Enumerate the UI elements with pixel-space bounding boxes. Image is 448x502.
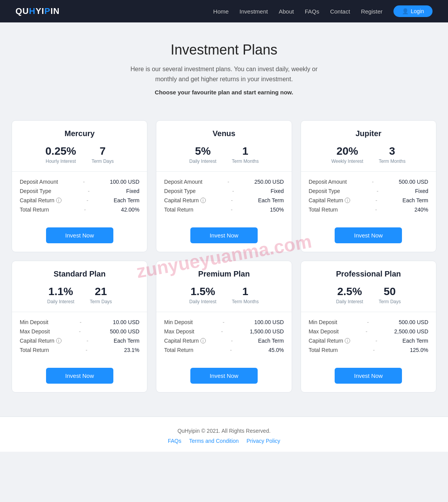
card-row-label: Total Return [164, 207, 193, 213]
card-row: Total Return-42.00% [20, 207, 139, 213]
card-row-label: Total Return [309, 207, 338, 213]
card-stats: 5%Daily Interest1Term Months [162, 145, 285, 164]
card-row: Capital Returni-Each Term [20, 197, 139, 203]
plans-row-2: Standard Plan1.1%Daily Interest21Term Da… [12, 261, 436, 393]
logo: QUHYIPIN [15, 6, 60, 16]
card-row: Capital Returni-Each Term [309, 197, 428, 203]
card-row: Deposit Type-Fixed [309, 188, 428, 194]
plan-name: Professional Plan [307, 270, 430, 278]
card-row-value: 125.0% [410, 347, 428, 353]
card-row-separator: - [375, 207, 377, 213]
stat-value-term: 7 [92, 145, 114, 157]
stat-interest: 20%Weekly Interest [331, 145, 363, 164]
card-row-separator: - [85, 347, 87, 353]
invest-now-button[interactable]: Invest Now [46, 368, 113, 384]
card-row: Capital Returni-Each Term [309, 338, 428, 344]
invest-now-button[interactable]: Invest Now [190, 227, 258, 243]
info-icon: i [200, 198, 206, 203]
stat-value-interest: 5% [189, 145, 216, 157]
user-icon: 👤 [402, 8, 409, 14]
nav-links: Home Investment About FAQs Contact Regis… [213, 5, 433, 17]
card-row-label: Min Deposit [164, 319, 193, 325]
nav-about[interactable]: About [279, 8, 294, 15]
card-row-value: 500.00 USD [399, 319, 428, 325]
footer-terms[interactable]: Terms and Condition [189, 438, 239, 444]
card-row-label: Min Deposit [309, 319, 337, 325]
nav-investment[interactable]: Investment [239, 8, 268, 15]
card-row-separator: - [227, 179, 229, 185]
card-row-value: 240% [414, 207, 428, 213]
card-row-separator: - [84, 207, 86, 213]
card-footer: Invest Now [156, 363, 291, 392]
stat-term: 21Term Days [90, 285, 112, 305]
info-icon: i [56, 338, 62, 343]
hero-description: Here is our several investment plans. Yo… [8, 64, 440, 84]
invest-now-button[interactable]: Invest Now [335, 368, 402, 384]
card-row: Capital Returni-Each Term [20, 338, 139, 344]
plan-card: Venus5%Daily Interest1Term MonthsDeposit… [156, 120, 292, 252]
stat-term: 3Term Months [379, 145, 405, 164]
card-body: Min Deposit-10.00 USDMax Deposit-500.00 … [12, 312, 147, 363]
card-row-value: 250.00 USD [254, 179, 284, 185]
card-row: Deposit Amount-250.00 USD [164, 179, 284, 185]
card-row-value: 100.00 USD [110, 179, 139, 185]
card-row-separator: - [221, 328, 223, 335]
stat-value-term: 3 [379, 145, 405, 157]
stat-value-interest: 2.5% [336, 285, 363, 298]
login-button[interactable]: 👤 Login [393, 5, 433, 17]
stat-label-interest: Daily Interest [47, 299, 74, 304]
nav-home[interactable]: Home [213, 8, 229, 15]
plans-row-1: Mercury0.25%Hourly Interest7Term DaysDep… [12, 120, 436, 252]
nav-faqs[interactable]: FAQs [305, 8, 320, 15]
invest-now-button[interactable]: Invest Now [46, 227, 113, 243]
stat-interest: 5%Daily Interest [189, 145, 216, 164]
card-row: Min Deposit-100.00 USD [164, 319, 284, 325]
card-header: Venus5%Daily Interest1Term Months [156, 121, 291, 172]
card-body: Min Deposit-500.00 USDMax Deposit-2,500.… [301, 312, 436, 363]
card-row-separator: - [80, 319, 82, 325]
card-row-separator: - [372, 179, 374, 185]
stat-interest: 2.5%Daily Interest [336, 285, 363, 305]
stat-value-interest: 1.1% [47, 285, 74, 298]
card-header: Standard Plan1.1%Daily Interest21Term Da… [12, 261, 147, 312]
card-footer: Invest Now [12, 363, 147, 392]
card-row-label: Capital Returni [309, 338, 351, 344]
footer-privacy[interactable]: Privacy Policy [246, 438, 280, 444]
stat-term: 1Term Months [232, 285, 258, 305]
hero-section: Investment Plans Here is our several inv… [0, 22, 448, 113]
card-row-label: Deposit Type [164, 188, 195, 194]
footer-faqs[interactable]: FAQs [168, 438, 181, 444]
card-row-separator: - [88, 188, 90, 194]
invest-now-button[interactable]: Invest Now [190, 368, 258, 384]
card-row: Total Return-45.0% [164, 347, 284, 353]
nav-contact[interactable]: Contact [330, 8, 350, 15]
card-header: Mercury0.25%Hourly Interest7Term Days [12, 121, 147, 172]
card-row-label: Capital Returni [20, 338, 62, 344]
card-row: Capital Returni-Each Term [164, 338, 284, 344]
card-row-value: Each Term [114, 197, 140, 203]
card-row-label: Capital Returni [164, 197, 206, 203]
card-row-separator: - [232, 188, 234, 194]
plan-name: Jupiter [307, 129, 430, 138]
card-footer: Invest Now [301, 363, 436, 392]
card-row: Deposit Type-Fixed [20, 188, 139, 194]
invest-now-button[interactable]: Invest Now [335, 227, 402, 243]
card-row: Min Deposit-10.00 USD [20, 319, 139, 325]
card-row: Deposit Amount-500.00 USD [309, 179, 428, 185]
card-row-label: Deposit Amount [164, 179, 202, 185]
stat-value-term: 1 [232, 145, 258, 157]
card-row-value: 150% [270, 207, 284, 213]
card-row-label: Max Deposit [309, 328, 339, 335]
plan-name: Mercury [18, 129, 141, 138]
nav-register[interactable]: Register [361, 8, 383, 15]
stat-label-term: Term Days [92, 159, 114, 164]
card-row-value: Fixed [126, 188, 139, 194]
plan-card: Jupiter20%Weekly Interest3Term MonthsDep… [301, 120, 436, 252]
card-body: Deposit Amount-250.00 USDDeposit Type-Fi… [156, 172, 291, 223]
card-row-separator: - [79, 328, 81, 335]
card-row: Max Deposit-1,500.00 USD [164, 328, 284, 335]
card-row-value: 2,500.00 USD [394, 328, 428, 335]
stat-term: 7Term Days [92, 145, 114, 164]
card-row-label: Total Return [164, 347, 193, 353]
plan-card: Mercury0.25%Hourly Interest7Term DaysDep… [12, 120, 147, 252]
